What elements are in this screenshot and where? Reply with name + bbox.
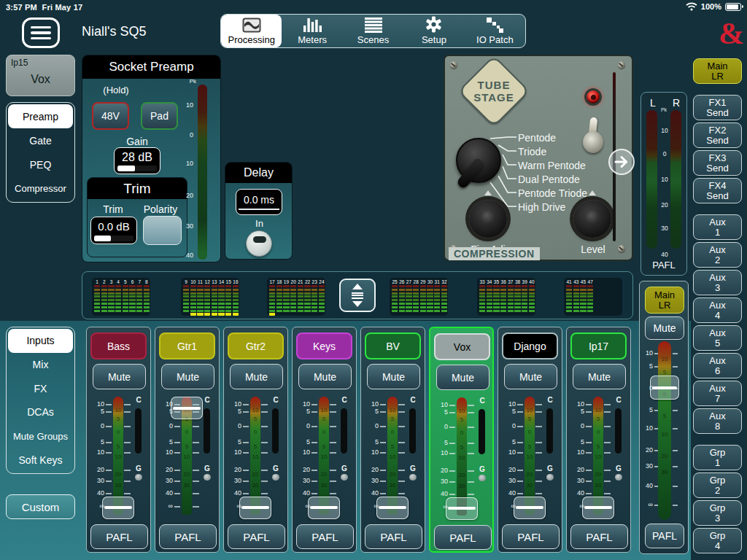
main-fader-cap[interactable] <box>650 376 679 400</box>
pad-button[interactable]: Pad <box>141 102 178 130</box>
next-page-arrow-button[interactable] <box>608 149 635 175</box>
meter-bank-group[interactable]: 12345678 <box>92 278 150 316</box>
fader-cap[interactable] <box>171 397 203 419</box>
gain-value-box[interactable]: 28 dB <box>114 147 160 174</box>
mix-key-aux-5[interactable]: Aux5 <box>693 325 742 351</box>
meter-bank-group[interactable]: 3334353637383940 <box>477 278 535 316</box>
view-tab-inputs[interactable]: Inputs <box>8 329 73 353</box>
pan-slider[interactable] <box>204 408 210 454</box>
fader-cap[interactable] <box>308 497 340 519</box>
view-tab-fx[interactable]: FX <box>8 376 73 400</box>
nav-tab-scenes[interactable]: Scenes <box>343 15 403 47</box>
mix-key-aux-6[interactable]: Aux6 <box>693 353 742 378</box>
nav-tab-io-patch[interactable]: IO Patch <box>465 15 525 47</box>
fader-cap[interactable] <box>582 497 614 519</box>
channel-name-button[interactable]: Django <box>502 332 558 359</box>
mute-button[interactable]: Mute <box>573 364 626 389</box>
menu-button[interactable] <box>22 18 60 48</box>
nav-tab-meters[interactable]: Meters <box>282 15 342 47</box>
tube-mode-knob[interactable] <box>456 138 501 183</box>
channel-name-button[interactable]: Gtr2 <box>228 332 284 359</box>
meter-bank-group[interactable]: 2526272829303132 <box>390 278 448 316</box>
mute-button[interactable]: Mute <box>298 364 352 389</box>
mix-key-main-lr[interactable]: MainLR <box>693 58 742 84</box>
delay-value-box[interactable]: 0.0 ms <box>236 189 282 215</box>
mix-key-aux-4[interactable]: Aux4 <box>693 298 742 323</box>
view-tab-soft-keys[interactable]: Soft Keys <box>8 448 73 472</box>
channel-strip-gtr1[interactable]: Gtr1Mute1050510203040∞10505102030CGPAFL <box>155 327 220 553</box>
mute-button[interactable]: Mute <box>504 364 557 389</box>
channel-name-button[interactable]: Ip17 <box>570 332 627 359</box>
mix-key-grp-4[interactable]: Grp4 <box>693 528 742 553</box>
mix-key-aux-8[interactable]: Aux8 <box>693 408 742 434</box>
meter-bank-group[interactable]: 910111213141516 <box>181 278 239 316</box>
pan-slider[interactable] <box>135 408 142 454</box>
mix-key-aux-1[interactable]: Aux1 <box>693 214 742 240</box>
pan-slider[interactable] <box>409 408 416 454</box>
channel-strip-django[interactable]: DjangoMute1050510203040∞10505102030CGPAF… <box>498 327 562 553</box>
polarity-button[interactable] <box>143 216 182 245</box>
mix-key-aux-2[interactable]: Aux2 <box>693 242 742 268</box>
channel-name-button[interactable]: Keys <box>296 332 352 359</box>
mute-button[interactable]: Mute <box>436 365 489 390</box>
tube-power-switch[interactable] <box>583 131 603 153</box>
pafl-button[interactable]: PAFL <box>228 524 285 549</box>
pafl-button[interactable]: PAFL <box>90 524 148 549</box>
view-tab-mute-groups[interactable]: Mute Groups <box>8 424 73 448</box>
mix-key-fx4-send[interactable]: FX4Send <box>693 178 742 203</box>
tab-preamp[interactable]: Preamp <box>8 104 73 128</box>
fineadj-knob[interactable] <box>469 200 507 238</box>
tab-peq[interactable]: PEQ <box>8 152 73 176</box>
mix-key-aux-7[interactable]: Aux7 <box>693 381 742 406</box>
main-mute-button[interactable]: Mute <box>645 316 684 340</box>
meter-bank-group[interactable]: 41434547 <box>564 278 622 316</box>
channel-name-button[interactable]: Bass <box>90 332 147 359</box>
main-pafl-button[interactable]: PAFL <box>645 524 684 548</box>
mix-key-grp-3[interactable]: Grp3 <box>693 500 742 526</box>
channel-strip-ip17[interactable]: Ip17Mute1050510203040∞10505102030CGPAFL <box>566 327 631 553</box>
channel-name-button[interactable]: BV <box>365 332 421 359</box>
pafl-button[interactable]: PAFL <box>502 524 560 549</box>
channel-name-button[interactable]: Gtr1 <box>159 332 215 359</box>
mix-key-fx2-send[interactable]: FX2Send <box>693 122 742 148</box>
mix-key-aux-3[interactable]: Aux3 <box>693 270 742 295</box>
mix-key-grp-2[interactable]: Grp2 <box>693 472 742 498</box>
level-knob[interactable] <box>573 200 611 238</box>
mute-button[interactable]: Mute <box>93 364 146 389</box>
channel-strip-bv[interactable]: BVMute1050510203040∞10505102030CGPAFL <box>360 327 425 553</box>
custom-layer-button[interactable]: Custom <box>6 494 75 519</box>
nav-tab-setup[interactable]: Setup <box>403 15 464 47</box>
pafl-button[interactable]: PAFL <box>365 524 422 549</box>
channel-name-button[interactable]: Vox <box>434 333 490 360</box>
pafl-button[interactable]: PAFL <box>434 525 492 550</box>
pafl-button[interactable]: PAFL <box>570 524 628 549</box>
fader-cap[interactable] <box>102 497 134 519</box>
mute-button[interactable]: Mute <box>161 364 214 389</box>
delay-in-toggle[interactable] <box>246 230 272 257</box>
meter-bank-group[interactable]: 1718192021222324 <box>267 278 325 316</box>
channel-strip-vox[interactable]: VoxMute1050510203040∞10505102030CGPAFL <box>429 327 494 553</box>
pan-slider[interactable] <box>479 409 485 454</box>
fader-cap[interactable] <box>446 497 478 520</box>
view-tab-mix[interactable]: Mix <box>8 353 73 377</box>
fader-cap[interactable] <box>376 497 409 519</box>
mute-button[interactable]: Mute <box>230 364 283 389</box>
pafl-button[interactable]: PAFL <box>159 524 217 549</box>
pafl-button[interactable]: PAFL <box>296 524 354 549</box>
fader-cap[interactable] <box>514 497 546 519</box>
bank-scroll-button[interactable] <box>339 279 376 312</box>
channel-strip-keys[interactable]: KeysMute1050510203040∞10505102030CGPAFL <box>292 327 357 553</box>
fader-cap[interactable] <box>239 497 271 519</box>
mix-key-grp-1[interactable]: Grp1 <box>693 445 742 470</box>
trim-value-box[interactable]: 0.0 dB <box>90 217 137 244</box>
channel-strip-bass[interactable]: BassMute1050510203040∞10505102030CGPAFL <box>86 327 151 553</box>
view-tab-dcas[interactable]: DCAs <box>8 400 73 424</box>
pan-slider[interactable] <box>341 408 347 454</box>
mute-button[interactable]: Mute <box>367 364 420 389</box>
pan-slider[interactable] <box>615 408 622 454</box>
tab-compressor[interactable]: Compressor <box>8 176 73 201</box>
mix-key-fx1-send[interactable]: FX1Send <box>693 95 742 120</box>
phantom-48v-button[interactable]: 48V <box>92 102 129 130</box>
channel-strip-gtr2[interactable]: Gtr2Mute1050510203040∞10505102030CGPAFL <box>223 327 288 553</box>
mix-key-fx3-send[interactable]: FX3Send <box>693 150 742 176</box>
